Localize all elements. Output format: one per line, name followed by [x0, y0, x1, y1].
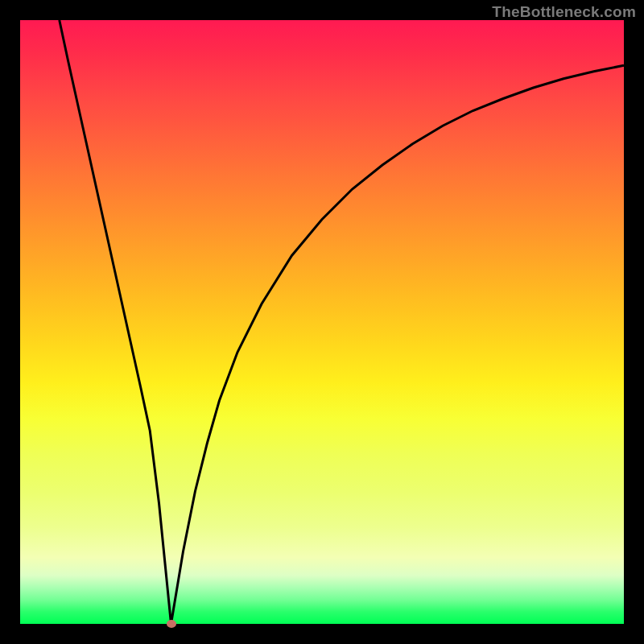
optimum-marker	[167, 620, 176, 628]
watermark-text: TheBottleneck.com	[492, 3, 636, 21]
bottleneck-curve	[60, 20, 624, 624]
chart-frame: TheBottleneck.com	[0, 0, 644, 644]
curve-layer	[20, 20, 624, 624]
